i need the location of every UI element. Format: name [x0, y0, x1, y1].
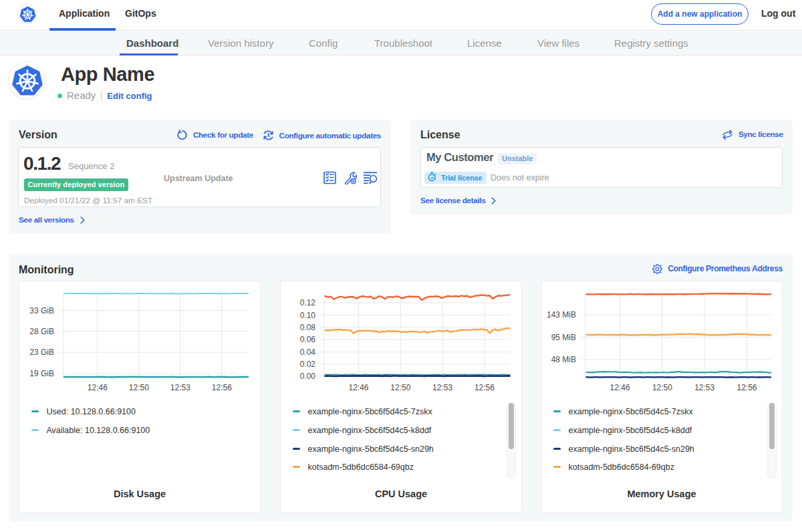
svg-text:0.04: 0.04	[300, 348, 316, 357]
svg-text:12:50: 12:50	[129, 383, 149, 392]
svg-text:12:46: 12:46	[348, 383, 368, 392]
svg-text:12:53: 12:53	[170, 383, 190, 392]
svg-text:0.06: 0.06	[300, 335, 316, 344]
svg-text:0.08: 0.08	[300, 323, 316, 332]
svg-text:12:53: 12:53	[432, 383, 452, 392]
svg-text:95 MiB: 95 MiB	[551, 333, 576, 342]
svg-text:12:50: 12:50	[390, 383, 410, 392]
svg-text:143 MiB: 143 MiB	[547, 310, 576, 319]
svg-text:12:50: 12:50	[652, 383, 672, 392]
svg-text:28 GiB: 28 GiB	[29, 327, 54, 336]
svg-text:0.02: 0.02	[300, 360, 316, 369]
svg-text:23 GiB: 23 GiB	[29, 348, 54, 357]
svg-text:0.00: 0.00	[300, 372, 316, 381]
svg-text:0.12: 0.12	[300, 298, 316, 307]
svg-text:12:56: 12:56	[212, 383, 232, 392]
svg-text:12:56: 12:56	[737, 383, 757, 392]
svg-text:12:46: 12:46	[88, 383, 108, 392]
svg-text:19 GiB: 19 GiB	[29, 369, 54, 378]
svg-text:12:56: 12:56	[475, 383, 495, 392]
svg-text:12:46: 12:46	[610, 383, 630, 392]
svg-text:33 GiB: 33 GiB	[29, 306, 54, 315]
svg-text:0.10: 0.10	[300, 311, 316, 320]
svg-text:48 MiB: 48 MiB	[551, 355, 576, 364]
svg-text:12:53: 12:53	[694, 383, 714, 392]
